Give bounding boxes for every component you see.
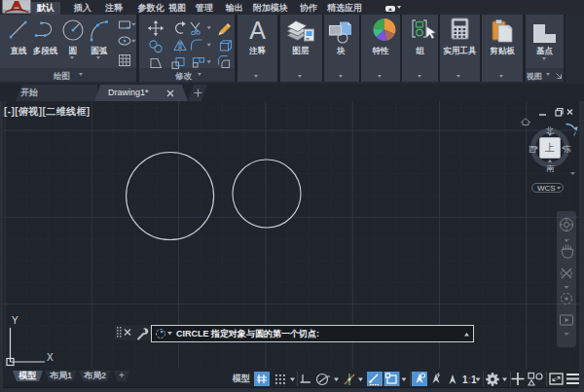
svg-text:Y: Y	[12, 315, 18, 326]
svg-text:X: X	[47, 352, 54, 363]
svg-text:1:1: 1:1	[462, 374, 477, 385]
